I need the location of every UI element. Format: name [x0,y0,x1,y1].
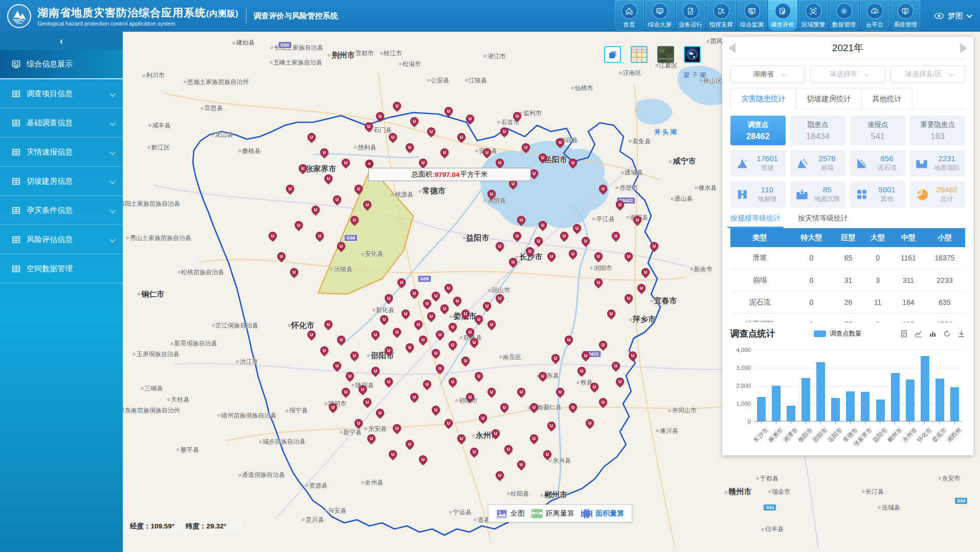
nav-item-综合大屏[interactable]: 综合大屏 [645,0,675,31]
region-select-1[interactable]: 请选择市 [810,65,885,83]
region-select-0[interactable]: 湖南省 [730,65,805,83]
table-cell: 地面塌陷 [730,313,789,322]
nav-item-区域预警[interactable]: 区域预警 [799,0,828,31]
place-dot-icon [484,55,486,58]
year-next-button[interactable] [960,43,967,53]
table-row[interactable]: 滑坡0650116116375 [730,247,965,269]
bar-张家界市[interactable] [861,392,870,421]
type-card-地裂缝[interactable]: 110地裂缝 [730,181,786,208]
map-label-三穗县: 三穗县 [141,384,163,392]
hazard-glyph: U [535,237,542,245]
place-dot-icon [862,491,864,493]
tab-灾害隐患统计[interactable]: 灾害隐患统计 [730,88,796,108]
nav-item-系统管理[interactable]: 系统管理 [891,0,920,31]
bar-永州市[interactable] [906,380,915,421]
nav-item-调查评价[interactable]: 调查评价 [768,0,797,31]
map-label-玉屏侗族自治县: 玉屏侗族自治县 [133,349,180,358]
map-label-信丰县: 信丰县 [762,525,784,534]
sidebar-item-空间数据管理[interactable]: 空间数据管理 [0,254,123,283]
x-label-郴州市: 郴州市 [886,426,904,444]
type-card-地面塌陷[interactable]: 2231地面塌陷 [910,150,965,176]
nav-item-云平台[interactable]: 云平台 [860,0,889,31]
summary-card-隐患点[interactable]: 隐患点18434 [790,116,845,145]
nav-item-业务运行[interactable]: 业务运行 [676,0,705,31]
year-prev-button[interactable] [728,43,736,53]
bar-衡阳市[interactable] [801,378,810,421]
bar-湘潭市[interactable] [787,406,795,421]
street-basemap-button[interactable] [631,46,648,63]
summary-card-重要隐患点[interactable]: 重要隐患点183 [910,116,965,145]
layers-button[interactable] [604,46,621,63]
sidebar-item-基础调查信息[interactable]: 基础调查信息 [0,108,123,138]
table-row[interactable]: 崩塌03133112233 [730,269,965,291]
hazard-glyph: U [411,118,418,125]
map-tool-全图[interactable]: 全图 [496,509,525,518]
region-select-2[interactable]: 请选择县/区 [890,65,965,83]
tab-其他统计[interactable]: 其他统计 [861,88,912,108]
type-card-泥石流[interactable]: 856泥石流 [850,150,905,176]
bar-长沙市[interactable] [757,397,766,421]
data-view-icon[interactable] [900,330,908,338]
type-card-其他[interactable]: 5001其他 [850,181,905,208]
card-value: 28462 [746,131,770,141]
tab-切坡建房统计[interactable]: 切坡建房统计 [796,88,861,108]
survey-bar-chart: 01,0002,0003,0004,000 长沙市株洲市湘潭市衡阳市邵阳市岳阳市… [730,344,965,454]
bar-邵阳市[interactable] [816,362,825,422]
place-dot-icon [450,511,452,514]
map-label-建始县: 建始县 [233,38,255,47]
bar-怀化市[interactable] [921,356,929,421]
place-dot-icon [149,124,151,127]
refresh-icon[interactable] [943,330,951,338]
legend-label: 调查点数量 [830,329,862,338]
satellite-basemap-button[interactable] [657,46,674,63]
sidebar-item-灾情速报信息[interactable]: 灾情速报信息 [0,138,123,167]
nav-item-指挥支撑[interactable]: 指挥支撑 [707,0,736,31]
bar-株洲市[interactable] [772,386,781,421]
line-chart-icon[interactable] [915,330,922,338]
sidebar-item-切坡建房信息[interactable]: 切坡建房信息 [0,167,123,196]
hazard-glyph: U [364,201,371,208]
map-tool-距离量算[interactable]: 距离量算 [531,509,574,518]
globe-basemap-button[interactable] [684,46,701,63]
beta-tag: (内测版) [206,9,239,18]
table-row[interactable]: 地面塌陷07593951752 [730,313,965,322]
map-label-遂川县: 遂川县 [656,427,678,435]
sidebar-item-调查项目信息[interactable]: 调查项目信息 [0,79,123,108]
summary-card-速报点[interactable]: 速报点541 [850,116,905,145]
table-row[interactable]: 泥石流02611184635 [730,291,965,313]
sidebar-item-综合信息展示[interactable]: 综合信息展示 [0,50,123,79]
hazard-glyph: U [389,451,396,458]
bar-常德市[interactable] [846,391,855,421]
sidebar-item-孕灾条件信息[interactable]: 孕灾条件信息 [0,196,123,225]
sidebar-item-风险评估信息[interactable]: 风险评估信息 [0,225,123,254]
nav-item-首页[interactable]: 首页 [615,0,644,31]
chart-legend[interactable]: 调查点数量 [775,329,901,338]
place-dot-icon [499,356,502,358]
nav-item-数据管理[interactable]: 数据管理 [830,0,859,31]
collapse-arrow-icon: ‹ [60,36,63,47]
type-card-地面沉降[interactable]: 85地面沉降 [790,181,845,208]
bar-湘西州[interactable] [950,387,959,422]
download-icon[interactable] [957,330,965,338]
bar-娄底市[interactable] [936,379,944,421]
bar-郴州市[interactable] [891,373,900,422]
map-label-黎平县: 黎平县 [177,445,199,454]
place-dot-icon [233,41,235,44]
user-area[interactable]: 梦图 [934,11,971,21]
hazard-glyph: U [286,185,294,192]
map-label-咸宁市: 咸宁市 [669,157,696,166]
measured-area-polygon[interactable] [318,168,413,294]
map-tool-面积量算[interactable]: 面积量算 [581,509,624,518]
bar-chart-icon[interactable] [929,330,937,338]
type-card-崩塌[interactable]: 2578崩塌 [790,150,845,176]
summary-card-调查点[interactable]: 调查点28462 [730,116,786,145]
subtab-按灾情等级统计[interactable]: 按灾情等级统计 [798,214,848,228]
bar-益阳市[interactable] [876,400,885,421]
nav-item-综合监测[interactable]: 综合监测 [738,0,767,31]
bar-岳阳市[interactable] [831,398,840,421]
type-card-总计[interactable]: 28462总计 [910,181,965,208]
hazard-glyph: U [372,331,379,338]
sidebar-collapse-button[interactable]: ‹ [0,32,123,50]
subtab-按规模等级统计[interactable]: 按规模等级统计 [730,214,781,228]
type-card-滑坡[interactable]: 17601滑坡 [730,150,786,176]
